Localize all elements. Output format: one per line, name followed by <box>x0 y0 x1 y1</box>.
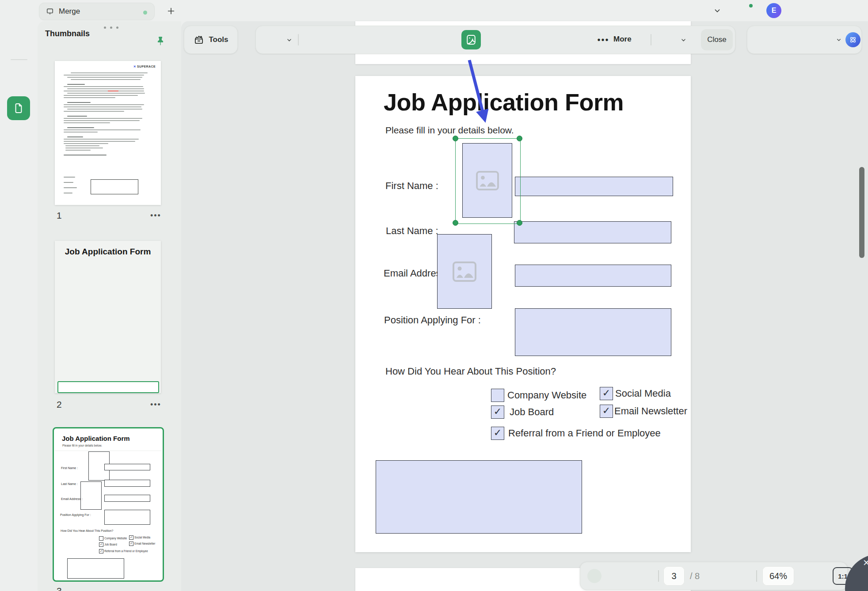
more-dots-icon: ••• <box>597 34 610 46</box>
previous-page-button[interactable] <box>712 570 724 582</box>
page2-menu-button[interactable]: ••• <box>150 400 161 409</box>
save-button[interactable] <box>819 34 831 46</box>
zoom-level-input[interactable]: 64% <box>762 566 794 586</box>
paperclip-icon <box>13 192 25 204</box>
combo-box-tool[interactable] <box>415 34 427 46</box>
select-tool-chevron[interactable] <box>283 34 295 46</box>
save-options-chevron[interactable] <box>833 34 845 46</box>
search-button[interactable] <box>13 73 25 86</box>
panel-drag-handle[interactable] <box>104 27 118 29</box>
checkbox-tool[interactable] <box>362 34 374 46</box>
superace-logo-text: SUPERACE <box>137 65 156 68</box>
panel-title: Thumbnails <box>45 29 90 38</box>
calendar-icon <box>491 34 504 46</box>
tools-icon <box>193 34 205 45</box>
status-bar: 3 / 8 64% <box>580 562 848 590</box>
close-window-button[interactable] <box>848 0 867 21</box>
image-field-1-selected[interactable] <box>462 143 512 218</box>
expand-statusbar-button[interactable] <box>587 569 602 583</box>
tab-unsaved-dot <box>143 11 147 15</box>
assistant-close-icon[interactable]: ✕ <box>863 557 868 568</box>
bookmarks-button[interactable] <box>13 133 25 145</box>
page2-number: 2 <box>57 399 62 410</box>
signature-field-tool[interactable] <box>518 34 530 46</box>
home-button[interactable] <box>10 4 26 20</box>
copy-icon <box>545 34 558 46</box>
thumbnails-panel-button[interactable] <box>7 96 30 120</box>
pin-icon[interactable] <box>155 35 166 47</box>
zoom-out-button[interactable] <box>800 570 813 582</box>
tools-button[interactable]: Tools <box>184 26 238 54</box>
minimize-icon <box>805 6 815 15</box>
image-field-tool-active[interactable] <box>461 30 481 49</box>
redo-button[interactable] <box>791 34 803 46</box>
page-thumbnail-3-selected[interactable]: Job Application Form Please fill in your… <box>53 427 164 582</box>
chevron-down-icon <box>835 36 842 43</box>
comments-button[interactable] <box>13 161 25 173</box>
minus-icon <box>802 571 811 581</box>
date-field-tool[interactable] <box>491 34 504 46</box>
account-avatar[interactable]: E <box>766 0 781 21</box>
window-menu-chevron[interactable] <box>712 0 722 21</box>
apps-grid-icon <box>13 37 25 49</box>
next-page-button[interactable] <box>739 570 751 582</box>
mini-subtitle: Please fill in your details below. <box>62 444 102 447</box>
maximize-button[interactable] <box>824 0 844 21</box>
checkbox-referral[interactable]: ✓ <box>491 427 504 440</box>
radio-button-tool[interactable] <box>335 34 347 46</box>
push-button-tool[interactable]: OK <box>441 34 453 46</box>
select-tool-button[interactable] <box>265 34 278 46</box>
position-input[interactable] <box>515 308 671 356</box>
checkbox-email-newsletter[interactable]: ✓ <box>600 405 613 418</box>
image-placeholder-icon <box>476 170 499 191</box>
email-address-input[interactable] <box>515 265 671 287</box>
attachments-button[interactable] <box>13 192 25 204</box>
page-thumbnail-2[interactable]: Job Application Form <box>55 241 161 393</box>
presentation-mode-button[interactable] <box>635 570 647 582</box>
arrange-tool[interactable] <box>575 34 588 46</box>
list-box-icon <box>388 34 400 46</box>
minimize-button[interactable] <box>800 0 819 21</box>
checkbox-social-media[interactable]: ✓ <box>600 387 613 400</box>
more-button[interactable]: More <box>613 35 632 44</box>
page1-menu-button[interactable]: ••• <box>150 211 161 220</box>
pdf-editor-window: Merge E <box>0 0 868 591</box>
checkbox-company-website[interactable]: ✓ <box>491 389 504 402</box>
home-icon <box>12 7 23 18</box>
hear-heading: How Did You Hear About This Position? <box>385 366 556 377</box>
undo-button[interactable] <box>761 34 773 46</box>
duplicate-tool[interactable] <box>545 34 558 46</box>
image-field-icon <box>465 34 477 46</box>
first-name-input[interactable] <box>515 177 673 196</box>
vertical-scrollbar-thumb[interactable] <box>859 167 864 258</box>
ai-assistant-button[interactable] <box>845 32 860 47</box>
current-page-input[interactable]: 3 <box>663 566 685 586</box>
swatches-button[interactable] <box>13 570 25 582</box>
apps-grid-button[interactable] <box>13 37 25 49</box>
page-view-mode-button[interactable] <box>608 570 620 582</box>
image-field-2[interactable] <box>437 234 492 309</box>
checkbox-job-board[interactable]: ✓ <box>491 405 504 419</box>
alignment-chevron[interactable] <box>677 34 689 46</box>
grid-icon <box>576 34 588 46</box>
page2-form-field <box>57 381 159 393</box>
comment-icon <box>13 161 25 173</box>
radio-button-icon <box>335 34 347 45</box>
page-thumbnail-1[interactable]: ✕SUPERACE <box>55 61 161 205</box>
last-name-input[interactable] <box>514 221 671 243</box>
resize-handle-ne[interactable] <box>517 136 522 141</box>
notification-dot <box>749 4 753 8</box>
alignment-tool[interactable] <box>660 34 673 46</box>
text-field-tool[interactable] <box>308 34 321 46</box>
resize-handle-nw[interactable] <box>453 136 458 141</box>
tab-merge[interactable]: Merge <box>39 3 155 20</box>
document-tab-icon <box>46 7 54 16</box>
large-field[interactable] <box>376 460 582 534</box>
close-form-mode-button[interactable]: Close <box>701 29 733 50</box>
new-tab-button[interactable] <box>165 5 177 17</box>
resize-handle-se[interactable] <box>517 220 522 226</box>
notifications-button[interactable] <box>740 0 752 21</box>
resize-handle-sw[interactable] <box>453 220 458 226</box>
redo-icon <box>792 34 803 46</box>
list-box-tool[interactable] <box>388 34 400 46</box>
